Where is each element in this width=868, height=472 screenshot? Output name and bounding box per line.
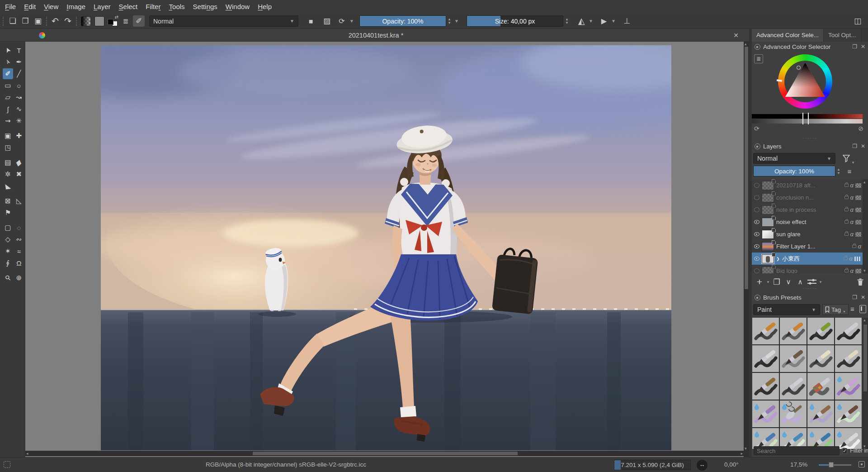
- wrap-around-icon[interactable]: ⊥: [621, 13, 633, 29]
- brush-preset[interactable]: [835, 373, 862, 400]
- tool-transform-icon[interactable]: ▣: [3, 130, 13, 141]
- tool-crop-icon[interactable]: ◳: [3, 142, 13, 153]
- disable-icon[interactable]: ⊘: [858, 125, 863, 132]
- tool-pan-icon[interactable]: ⊕: [14, 272, 24, 283]
- alpha-lock-icon[interactable]: α: [850, 231, 854, 238]
- tool-assistants-icon[interactable]: ◺: [14, 195, 24, 206]
- tool-fill-icon[interactable]: ◣: [3, 181, 13, 191]
- tool-move-icon[interactable]: ✚: [14, 130, 24, 141]
- layer-list-scrollbar[interactable]: ▴ ▾: [863, 179, 868, 273]
- opacity-slider[interactable]: Opacity: 100%: [359, 15, 446, 27]
- menu-item-help[interactable]: Help: [254, 0, 276, 13]
- brush-preset[interactable]: [752, 373, 779, 400]
- mirror-horizontal-icon[interactable]: ◭: [575, 13, 588, 29]
- menu-item-settings[interactable]: Settings: [189, 0, 222, 13]
- tag-button[interactable]: Tag ▼: [822, 304, 849, 315]
- docker-resize-handle[interactable]: ······: [752, 287, 868, 291]
- layer-lock-icon[interactable]: [844, 233, 849, 236]
- horizontal-scrollbar[interactable]: ◂ ▸: [25, 451, 744, 456]
- workspace-chooser-icon[interactable]: ◫: [852, 13, 863, 29]
- blending-mode-dropdown[interactable]: Normal ▼: [149, 15, 298, 27]
- brush-preset[interactable]: [752, 318, 779, 344]
- new-document-icon[interactable]: ❏: [7, 13, 18, 29]
- scroll-left-icon[interactable]: ◂: [26, 451, 28, 456]
- brush-preset[interactable]: [807, 373, 834, 400]
- docker-lock-icon[interactable]: [755, 295, 760, 300]
- preset-menu-icon[interactable]: ≡: [850, 305, 854, 313]
- tool-dynamic-brush-icon[interactable]: ⇝: [3, 115, 13, 126]
- tool-pattern-edit-icon[interactable]: ✲: [3, 169, 13, 180]
- toolbar-drag-handle[interactable]: [3, 17, 5, 26]
- float-docker-icon[interactable]: ❐: [852, 43, 857, 50]
- tool-ellipse-select-icon[interactable]: ◌: [14, 222, 24, 233]
- search-input[interactable]: [754, 446, 840, 455]
- chevron-down-icon[interactable]: ▼: [454, 13, 459, 29]
- docker-lock-icon[interactable]: [755, 143, 760, 149]
- preserve-alpha-icon[interactable]: ▨: [321, 13, 333, 29]
- tab-tool-options[interactable]: Tool Opt...: [824, 29, 861, 42]
- brush-preset[interactable]: [780, 345, 807, 372]
- brush-preset[interactable]: [780, 400, 807, 427]
- menu-item-filter[interactable]: Filter: [142, 0, 165, 13]
- docker-resize-handle[interactable]: ······: [752, 137, 868, 140]
- tool-rectangle-icon[interactable]: ▭: [3, 80, 13, 91]
- chevron-down-icon[interactable]: ▼: [766, 280, 770, 284]
- float-docker-icon[interactable]: ❐: [852, 294, 857, 300]
- memory-usage-widget[interactable]: 7.201 x 5.090 (2,4 GiB): [614, 460, 691, 470]
- tool-reference-images-icon[interactable]: ⚑: [3, 207, 13, 218]
- expand-group-icon[interactable]: ❯: [776, 257, 780, 261]
- canvas-rotation-icon[interactable]: ↔: [697, 460, 708, 471]
- inherit-alpha-icon[interactable]: [855, 220, 861, 224]
- tool-color-sampler-icon[interactable]: ◆: [14, 157, 24, 168]
- layer-row[interactable]: noise effectα: [752, 216, 863, 228]
- scroll-down-icon[interactable]: ▾: [745, 446, 747, 451]
- brush-preset[interactable]: [835, 400, 862, 427]
- eye-open-icon[interactable]: [754, 232, 760, 236]
- move-layer-down-button[interactable]: ∨: [783, 277, 793, 287]
- menu-item-select[interactable]: Select: [115, 0, 142, 13]
- inherit-alpha-icon[interactable]: [855, 232, 861, 237]
- canvas-area[interactable]: ◂ ▸ ▴ ▾: [25, 42, 749, 457]
- add-layer-button[interactable]: +: [755, 277, 764, 287]
- tool-bezier-curve-icon[interactable]: ∫: [3, 104, 13, 114]
- tool-line-icon[interactable]: ╱: [14, 68, 24, 79]
- alpha-lock-icon[interactable]: α: [858, 243, 861, 250]
- tool-multibrush-icon[interactable]: ✳: [14, 115, 24, 126]
- layer-row[interactable]: ❯小東西α: [752, 253, 863, 265]
- tool-polyline-icon[interactable]: ↝: [14, 92, 24, 103]
- tool-text-icon[interactable]: T: [14, 45, 24, 56]
- tool-rect-select-icon[interactable]: ▢: [3, 222, 13, 233]
- chevron-down-icon[interactable]: ▼: [349, 13, 354, 29]
- layer-lock-icon[interactable]: [852, 245, 856, 248]
- alpha-lock-icon[interactable]: α: [849, 255, 853, 262]
- menu-item-window[interactable]: Window: [222, 0, 254, 13]
- scroll-up-icon[interactable]: ▴: [863, 180, 866, 184]
- alpha-lock-icon[interactable]: α: [850, 267, 854, 273]
- layer-blending-mode-dropdown[interactable]: Normal ▼: [753, 153, 835, 164]
- open-document-icon[interactable]: ❒: [20, 13, 31, 29]
- document-title[interactable]: 20210401test.kra *: [0, 29, 752, 42]
- scroll-up-icon[interactable]: ▴: [745, 42, 747, 46]
- chevron-down-icon[interactable]: ▼: [589, 13, 593, 29]
- preset-filter-dropdown[interactable]: Paint ▼: [753, 304, 820, 315]
- brush-preset[interactable]: [780, 373, 807, 400]
- brush-preset[interactable]: [835, 318, 862, 344]
- tool-enclose-fill-icon[interactable]: ⊠: [3, 195, 13, 206]
- layer-lock-icon[interactable]: [844, 196, 849, 199]
- reload-preset-icon[interactable]: ⟳: [336, 13, 347, 29]
- tool-edit-shapes-icon[interactable]: ➢: [3, 57, 13, 67]
- brush-preset[interactable]: [807, 400, 834, 427]
- layer-lock-icon[interactable]: [844, 257, 848, 260]
- vertical-scrollbar[interactable]: ▴ ▾: [744, 42, 749, 457]
- layer-options-menu-icon[interactable]: ≡: [844, 166, 855, 176]
- inherit-alpha-icon[interactable]: [855, 195, 861, 200]
- tool-polygon-select-icon[interactable]: ◇: [3, 234, 13, 245]
- layer-row[interactable]: 20210718 aft...α: [752, 179, 863, 191]
- menu-item-image[interactable]: Image: [62, 0, 90, 13]
- layer-styles-icon[interactable]: [854, 257, 861, 261]
- close-document-icon[interactable]: ✕: [732, 31, 740, 39]
- layer-row[interactable]: note in processα: [752, 204, 863, 216]
- tool-ellipse-icon[interactable]: ○: [14, 80, 24, 91]
- alpha-lock-icon[interactable]: α: [850, 194, 854, 201]
- eye-closed-icon[interactable]: [754, 207, 760, 212]
